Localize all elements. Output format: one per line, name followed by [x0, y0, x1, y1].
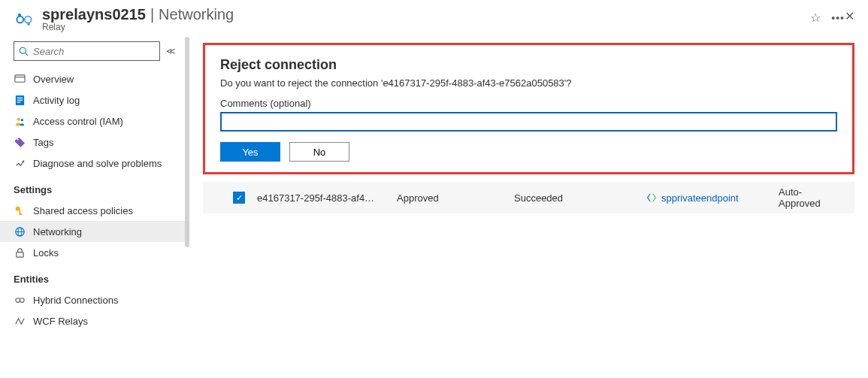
svg-point-24	[20, 298, 24, 302]
sidebar-item-label: Overview	[33, 74, 74, 85]
reject-connection-dialog: Reject connection Do you want to reject …	[203, 43, 854, 174]
favorite-star-icon[interactable]: ☆	[810, 11, 821, 25]
sidebar-item-label: Hybrid Connections	[33, 295, 118, 306]
header-title-wrap: sprelayns0215 | Networking Relay	[42, 6, 803, 32]
search-icon	[19, 47, 29, 56]
no-button[interactable]: No	[289, 142, 349, 162]
dialog-message: Do you want to reject the connection 'e4…	[220, 77, 837, 89]
page-header: sprelayns0215 | Networking Relay ☆ ••• ✕	[0, 0, 868, 37]
sidebar-item-tags[interactable]: Tags	[0, 132, 189, 153]
sidebar-item-label: Activity log	[33, 95, 80, 106]
svg-point-14	[17, 138, 18, 140]
sidebar-item-overview[interactable]: Overview	[0, 68, 189, 89]
networking-icon	[14, 225, 26, 237]
close-icon[interactable]: ✕	[845, 9, 854, 23]
resource-type-label: Relay	[42, 22, 803, 32]
sidebar: ≪ Overview Activity log Access control (…	[0, 37, 189, 378]
row-connection-name: e4167317-295f-4883-af4…	[257, 192, 385, 204]
row-provisioning-state: Succeeded	[514, 192, 634, 204]
sidebar-item-label: Access control (IAM)	[33, 116, 123, 127]
sidebar-item-diagnose[interactable]: Diagnose and solve problems	[0, 153, 189, 174]
sidebar-item-label: WCF Relays	[33, 316, 88, 327]
svg-rect-22	[16, 252, 23, 257]
overview-icon	[14, 73, 26, 85]
svg-rect-11	[17, 101, 20, 102]
activity-log-icon	[14, 94, 26, 106]
svg-rect-10	[17, 99, 23, 100]
sidebar-section-settings: Settings	[0, 174, 189, 200]
sidebar-item-label: Networking	[33, 226, 82, 237]
tags-icon	[14, 136, 26, 148]
sidebar-item-activity-log[interactable]: Activity log	[0, 89, 189, 110]
diagnose-icon	[14, 157, 26, 169]
page-title: Networking	[159, 6, 234, 23]
comments-input[interactable]	[220, 112, 837, 132]
sidebar-item-label: Locks	[33, 247, 59, 259]
sidebar-item-access-control[interactable]: Access control (IAM)	[0, 110, 189, 132]
sidebar-item-shared-access[interactable]: Shared access policies	[0, 200, 189, 221]
sidebar-item-networking[interactable]: Networking	[0, 221, 189, 242]
svg-point-23	[15, 298, 20, 302]
svg-point-12	[17, 117, 20, 120]
main-content: Reject connection Do you want to reject …	[189, 37, 868, 378]
access-control-icon	[14, 115, 26, 127]
sidebar-section-entities: Entities	[0, 263, 189, 289]
key-icon	[14, 204, 26, 216]
collapse-sidebar-icon[interactable]: ≪	[166, 46, 176, 56]
resource-name: sprelayns0215	[42, 6, 146, 23]
row-connection-state: Approved	[397, 192, 502, 204]
search-input[interactable]	[33, 46, 155, 57]
svg-rect-18	[19, 213, 22, 215]
svg-rect-6	[14, 74, 24, 81]
dialog-title: Reject connection	[220, 57, 837, 73]
svg-point-0	[17, 17, 23, 23]
sidebar-item-locks[interactable]: Locks	[0, 242, 189, 263]
svg-point-4	[20, 47, 26, 53]
yes-button[interactable]: Yes	[220, 142, 280, 162]
row-private-endpoint-name: spprivateendpoint	[661, 192, 739, 204]
svg-point-1	[25, 17, 32, 23]
sidebar-search[interactable]	[14, 41, 160, 61]
row-checkbox[interactable]: ✓	[233, 192, 245, 204]
relay-resource-icon	[14, 9, 35, 30]
wcf-relays-icon	[14, 315, 26, 327]
sidebar-item-label: Diagnose and solve problems	[33, 158, 162, 169]
sidebar-item-wcf-relays[interactable]: WCF Relays	[0, 310, 189, 331]
svg-line-5	[26, 53, 29, 56]
sidebar-item-label: Shared access policies	[33, 205, 133, 216]
sidebar-item-hybrid-connections[interactable]: Hybrid Connections	[0, 289, 189, 310]
row-description: Auto-Approved	[779, 186, 841, 209]
svg-rect-9	[17, 97, 23, 98]
private-endpoint-icon	[646, 192, 657, 203]
connection-row[interactable]: ✓ e4167317-295f-4883-af4… Approved Succe…	[203, 182, 854, 213]
comments-label: Comments (optional)	[220, 98, 837, 109]
svg-point-15	[22, 160, 23, 162]
more-ellipsis-icon[interactable]: •••	[831, 12, 845, 24]
lock-icon	[14, 246, 26, 259]
sidebar-item-label: Tags	[33, 137, 53, 148]
svg-point-13	[20, 118, 23, 120]
row-private-endpoint-link[interactable]: spprivateendpoint	[646, 192, 767, 204]
hybrid-connections-icon	[14, 294, 26, 306]
